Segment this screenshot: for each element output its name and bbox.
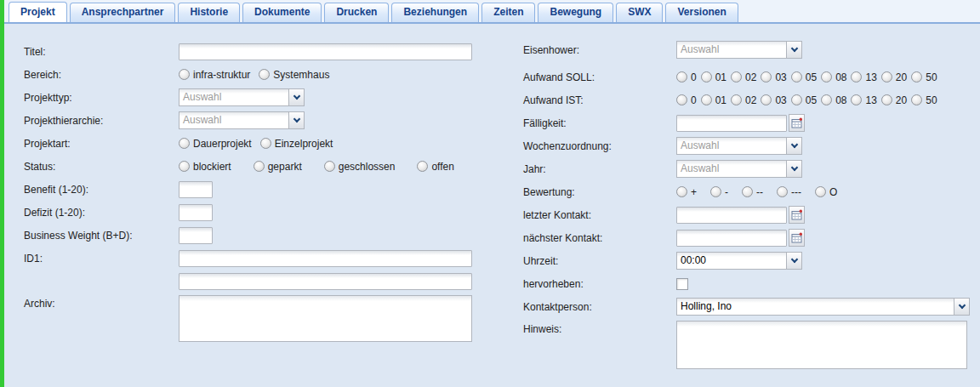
radio-icon[interactable]	[821, 71, 832, 83]
radio-icon[interactable]	[851, 71, 862, 83]
aufwand-ist-option-0[interactable]: 0	[676, 94, 697, 106]
radio-icon[interactable]	[676, 186, 687, 197]
benefit-input[interactable]	[179, 181, 213, 198]
tab-ansprechpartner[interactable]: Ansprechpartner	[70, 3, 176, 22]
aufwand-ist-option-05[interactable]: 05	[791, 94, 817, 106]
radio-icon[interactable]	[731, 94, 742, 105]
radio-icon[interactable]	[815, 186, 826, 197]
select-trigger-button[interactable]	[786, 42, 801, 58]
letzter-kontakt-input[interactable]	[676, 207, 787, 224]
projektart-option-dauerprojekt[interactable]: Dauerprojekt	[179, 138, 252, 150]
aufwand-soll-option-0[interactable]: 0	[676, 71, 697, 83]
status-option-offen[interactable]: offen	[417, 161, 453, 173]
tab-versionen[interactable]: Versionen	[665, 3, 738, 22]
aufwand-soll-option-08[interactable]: 08	[821, 71, 846, 83]
archiv-textarea[interactable]	[179, 295, 472, 342]
aufwand-soll-option-20[interactable]: 20	[881, 71, 907, 83]
radio-icon[interactable]	[881, 71, 892, 83]
aufwand-ist-option-01[interactable]: 01	[701, 94, 726, 106]
radio-icon[interactable]	[761, 71, 772, 83]
projektart-option-einzelprojekt[interactable]: Einzelprojekt	[260, 138, 333, 150]
radio-icon[interactable]	[761, 94, 772, 105]
bewertung-option-minus2[interactable]: --	[742, 186, 763, 198]
aufwand-ist-option-20[interactable]: 20	[881, 94, 907, 106]
uhrzeit-select[interactable]: 00:00	[676, 252, 802, 270]
eisenhower-select[interactable]: Auswahl	[676, 41, 802, 59]
radio-icon[interactable]	[742, 186, 753, 197]
status-option-geparkt[interactable]: geparkt	[254, 161, 302, 173]
radio-icon[interactable]	[179, 161, 190, 172]
aufwand-ist-option-03[interactable]: 03	[761, 94, 786, 106]
jahr-select[interactable]: Auswahl	[676, 160, 802, 178]
defizit-input[interactable]	[179, 204, 213, 221]
hervorheben-checkbox[interactable]	[676, 278, 688, 290]
radio-icon[interactable]	[911, 94, 922, 105]
status-option-blockiert[interactable]: blockiert	[179, 161, 231, 173]
calendar-button[interactable]	[789, 229, 805, 247]
aufwand-soll-option-03[interactable]: 03	[761, 71, 786, 83]
radio-icon[interactable]	[676, 94, 687, 105]
bereich-option-infra-struktur[interactable]: infra-struktur	[179, 69, 250, 81]
aufwand-ist-option-02[interactable]: 02	[731, 94, 756, 106]
aufwand-soll-option-02[interactable]: 02	[731, 71, 756, 83]
radio-icon[interactable]	[710, 186, 721, 197]
radio-icon[interactable]	[791, 71, 802, 83]
radio-icon[interactable]	[821, 94, 832, 105]
aufwand-ist-option-13[interactable]: 13	[851, 94, 876, 106]
select-trigger-button[interactable]	[786, 138, 801, 154]
aufwand-ist-option-50[interactable]: 50	[911, 94, 937, 106]
tab-zeiten[interactable]: Zeiten	[481, 3, 535, 22]
aufwand-soll-option-01[interactable]: 01	[701, 71, 726, 83]
naechster-kontakt-input[interactable]	[676, 230, 787, 247]
tab-historie[interactable]: Historie	[178, 3, 240, 22]
calendar-button[interactable]	[789, 114, 805, 132]
radio-icon[interactable]	[791, 94, 802, 105]
radio-icon[interactable]	[179, 138, 190, 149]
calendar-button[interactable]	[789, 206, 805, 224]
aufwand-ist-option-08[interactable]: 08	[821, 94, 846, 106]
id2-input[interactable]	[179, 273, 472, 290]
radio-icon[interactable]	[254, 161, 265, 172]
radio-icon[interactable]	[259, 69, 270, 80]
id1-input[interactable]	[179, 250, 472, 267]
tab-bewegung[interactable]: Bewegung	[538, 3, 613, 22]
kontaktperson-select[interactable]: Holling, Ino	[676, 298, 970, 316]
select-trigger-button[interactable]	[288, 89, 304, 105]
bewertung-option-minus[interactable]: -	[710, 186, 728, 198]
bewertung-option-plus[interactable]: +	[676, 186, 697, 198]
radio-icon[interactable]	[179, 69, 190, 80]
hinweis-textarea[interactable]	[676, 321, 967, 369]
titel-input[interactable]	[179, 43, 472, 60]
radio-icon[interactable]	[731, 71, 742, 83]
radio-icon[interactable]	[260, 138, 271, 149]
select-trigger-button[interactable]	[786, 253, 801, 269]
aufwand-soll-option-05[interactable]: 05	[791, 71, 817, 83]
radio-icon[interactable]	[777, 186, 788, 197]
radio-icon[interactable]	[701, 94, 712, 105]
radio-icon[interactable]	[911, 71, 922, 83]
status-option-geschlossen[interactable]: geschlossen	[324, 161, 396, 173]
tab-swx[interactable]: SWX	[616, 3, 663, 22]
select-trigger-button[interactable]	[786, 161, 801, 177]
projekttyp-select[interactable]: Auswahl	[179, 88, 305, 106]
radio-icon[interactable]	[881, 94, 892, 105]
bewertung-option-o[interactable]: O	[815, 186, 837, 198]
wochenzuordnung-select[interactable]: Auswahl	[676, 137, 802, 155]
radio-icon[interactable]	[701, 71, 712, 83]
radio-icon[interactable]	[676, 71, 687, 83]
radio-icon[interactable]	[417, 161, 428, 172]
radio-icon[interactable]	[324, 161, 335, 172]
faelligkeit-input[interactable]	[676, 115, 787, 132]
select-trigger-button[interactable]	[288, 112, 304, 128]
radio-icon[interactable]	[851, 94, 862, 105]
bereich-option-systemhaus[interactable]: Systemhaus	[259, 69, 329, 81]
business-weight-input[interactable]	[179, 227, 213, 244]
tab-dokumente[interactable]: Dokumente	[242, 3, 322, 22]
projekthierarchie-select[interactable]: Auswahl	[179, 111, 305, 129]
select-trigger-button[interactable]	[954, 299, 969, 315]
tab-drucken[interactable]: Drucken	[324, 3, 389, 22]
aufwand-soll-option-50[interactable]: 50	[911, 71, 937, 83]
tab-beziehungen[interactable]: Beziehungen	[391, 3, 479, 22]
tab-projekt[interactable]: Projekt	[9, 2, 67, 22]
aufwand-soll-option-13[interactable]: 13	[851, 71, 876, 83]
